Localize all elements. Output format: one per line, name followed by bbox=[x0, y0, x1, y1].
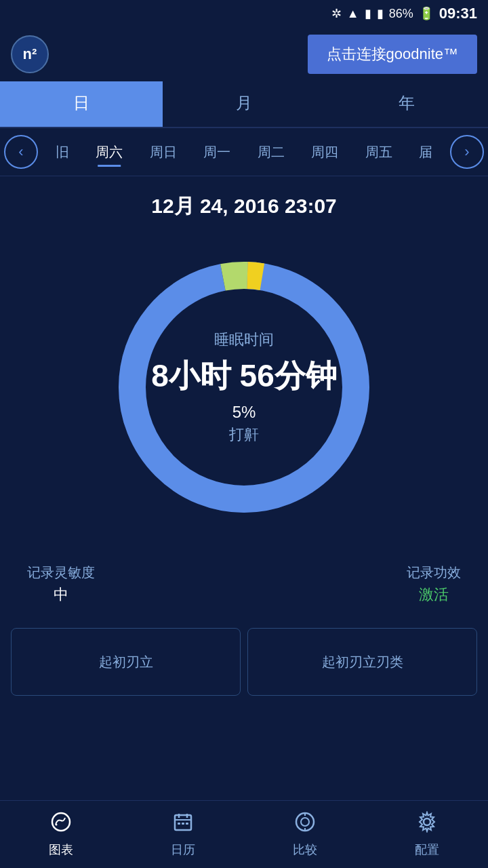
efficiency-info: 记录功效 激活 bbox=[407, 564, 461, 605]
app-header: n² 点击连接goodnite™ bbox=[0, 27, 488, 81]
sensitivity-value: 中 bbox=[27, 585, 95, 605]
nav-charts[interactable]: 图表 bbox=[49, 811, 73, 858]
settings-icon bbox=[416, 811, 438, 837]
battery-icon: 🔋 bbox=[419, 6, 434, 21]
prev-week-button[interactable]: ‹ bbox=[4, 135, 38, 169]
snore-percentage: 5% bbox=[151, 403, 337, 422]
battery-percentage: 86% bbox=[389, 7, 413, 21]
sensitivity-info: 记录灵敏度 中 bbox=[27, 564, 95, 605]
efficiency-title: 记录功效 bbox=[407, 564, 461, 582]
efficiency-value: 激活 bbox=[407, 585, 461, 605]
signal1-icon: ▮ bbox=[365, 6, 371, 21]
calendar-icon bbox=[172, 811, 194, 837]
svg-point-5 bbox=[56, 824, 58, 826]
svg-point-14 bbox=[301, 818, 309, 826]
status-bar: ✲ ▲ ▮ ▮ 86% 🔋 09:31 bbox=[0, 0, 488, 27]
info-row: 记录灵敏度 中 记录功效 激活 bbox=[0, 550, 488, 618]
svg-point-17 bbox=[424, 818, 430, 825]
sleep-duration: 8小时 56分钟 bbox=[151, 355, 337, 397]
nav-settings-label: 配置 bbox=[415, 842, 439, 858]
card-left[interactable]: 起初刃立 bbox=[11, 628, 241, 696]
compare-icon bbox=[294, 811, 316, 837]
charts-icon bbox=[50, 811, 72, 837]
tab-year[interactable]: 年 bbox=[325, 81, 488, 127]
nav-compare-label: 比较 bbox=[293, 842, 317, 858]
tab-day[interactable]: 日 bbox=[0, 81, 163, 127]
nav-calendar-label: 日历 bbox=[171, 842, 195, 858]
app-logo: n² bbox=[11, 35, 49, 73]
sensitivity-title: 记录灵敏度 bbox=[27, 564, 95, 582]
tab-month[interactable]: 月 bbox=[163, 81, 325, 127]
week-day-tuesday[interactable]: 周二 bbox=[255, 139, 287, 165]
next-week-button[interactable]: › bbox=[450, 135, 484, 169]
svg-rect-11 bbox=[182, 823, 184, 825]
card-right[interactable]: 起初刃立刃类 bbox=[247, 628, 477, 696]
week-day-old[interactable]: 旧 bbox=[53, 139, 72, 165]
sleep-label: 睡眠时间 bbox=[151, 330, 337, 350]
wifi-icon: ▲ bbox=[347, 7, 359, 21]
cards-row: 起初刃立 起初刃立刃类 bbox=[0, 621, 488, 703]
card-right-text: 起初刃立刃类 bbox=[322, 653, 403, 671]
nav-settings[interactable]: 配置 bbox=[415, 811, 439, 858]
snore-label: 打鼾 bbox=[151, 425, 337, 445]
connect-goodnite-button[interactable]: 点击连接goodnite™ bbox=[308, 35, 477, 74]
nav-compare[interactable]: 比较 bbox=[293, 811, 317, 858]
sleep-chart-area: 睡眠时间 8小时 56分钟 5% 打鼾 bbox=[0, 231, 488, 543]
donut-center-info: 睡眠时间 8小时 56分钟 5% 打鼾 bbox=[151, 330, 337, 445]
week-days-list: 旧 周六 周日 周一 周二 周四 周五 届 bbox=[42, 139, 446, 165]
svg-point-4 bbox=[52, 813, 70, 831]
view-tabs: 日 月 年 bbox=[0, 81, 488, 128]
card-left-text: 起初刃立 bbox=[99, 653, 153, 671]
bluetooth-icon: ✲ bbox=[331, 6, 342, 21]
week-day-thursday[interactable]: 周四 bbox=[308, 139, 341, 165]
week-day-current[interactable]: 届 bbox=[416, 139, 435, 165]
svg-rect-12 bbox=[186, 823, 188, 825]
status-time: 09:31 bbox=[439, 5, 477, 22]
svg-rect-10 bbox=[178, 823, 180, 825]
nav-charts-label: 图表 bbox=[49, 842, 73, 858]
selected-date: 12月 24, 2016 23:07 bbox=[0, 176, 488, 231]
week-day-sunday[interactable]: 周日 bbox=[147, 139, 180, 165]
bottom-navigation: 图表 日历 比较 bbox=[0, 800, 488, 868]
week-day-saturday[interactable]: 周六 bbox=[93, 139, 125, 165]
donut-chart: 睡眠时间 8小时 56分钟 5% 打鼾 bbox=[102, 245, 386, 530]
week-navigation: ‹ 旧 周六 周日 周一 周二 周四 周五 届 › bbox=[0, 128, 488, 176]
signal2-icon: ▮ bbox=[377, 6, 384, 21]
week-day-friday[interactable]: 周五 bbox=[363, 139, 395, 165]
nav-calendar[interactable]: 日历 bbox=[171, 811, 195, 858]
week-day-monday[interactable]: 周一 bbox=[201, 139, 233, 165]
